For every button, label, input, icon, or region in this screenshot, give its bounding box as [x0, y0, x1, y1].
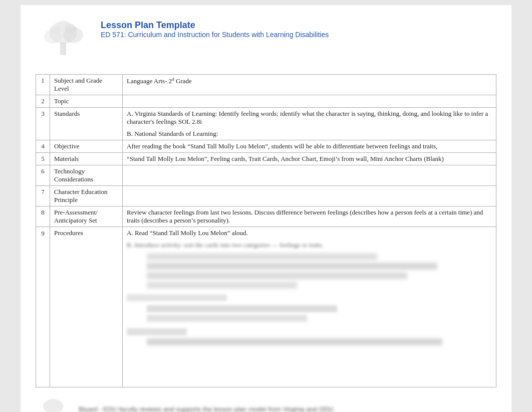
procedures-blurred-10 — [147, 338, 442, 345]
header: Lesson Plan Template ED 571: Curriculum … — [36, 15, 496, 65]
table-row: 1 Subject and Grade Level Language Arts-… — [36, 75, 496, 95]
lesson-plan-table: 1 Subject and Grade Level Language Arts-… — [36, 74, 496, 387]
row-number: 9 — [36, 227, 50, 387]
procedures-blurred-7 — [147, 305, 337, 312]
procedures-blurred-6 — [127, 294, 227, 301]
page-subtitle: ED 571: Curriculum and Instruction for S… — [101, 31, 329, 39]
footer-area: Bluard - EDU faculty reviews and support… — [36, 396, 496, 412]
svg-rect-3 — [60, 43, 66, 55]
page-wrapper: Lesson Plan Template ED 571: Curriculum … — [21, 5, 511, 412]
procedures-blurred-5 — [147, 282, 297, 289]
row-number: 3 — [36, 108, 50, 140]
row-content-objective: After reading the book “Stand Tall Molly… — [123, 140, 496, 153]
row-number: 5 — [36, 153, 50, 165]
row-label-subject: Subject and Grade Level — [50, 75, 123, 95]
row-number: 8 — [36, 207, 50, 227]
row-content-technology — [123, 165, 496, 186]
standards-virginia: A. Virginia Standards of Learning: Ident… — [127, 110, 492, 126]
table-row: 8 Pre-Assessment/Anticipatory Set Review… — [36, 207, 496, 227]
svg-point-7 — [43, 399, 63, 412]
table-row: 7 Character EducationPrinciple — [36, 186, 496, 207]
procedures-blurred-8 — [147, 315, 307, 322]
row-content-character — [123, 186, 496, 207]
row-label-topic: Topic — [50, 95, 123, 108]
procedures-line-a: A. Read “Stand Tall Molly Lou Melon” alo… — [127, 229, 492, 237]
table-row: 6 TechnologyConsiderations — [36, 165, 496, 186]
procedures-blurred-1: B. Introduce activity: sort the cards in… — [127, 241, 492, 249]
page-title: Lesson Plan Template — [101, 20, 329, 31]
row-number: 7 — [36, 186, 50, 207]
table-row: 3 Standards A. Virginia Standards of Lea… — [36, 108, 496, 140]
superscript: d — [172, 77, 174, 82]
row-number: 6 — [36, 165, 50, 186]
school-logo-icon — [38, 18, 88, 58]
table-row: 9 Procedures A. Read “Stand Tall Molly L… — [36, 227, 496, 387]
row-number: 4 — [36, 140, 50, 153]
row-label-procedures: Procedures — [50, 227, 123, 387]
procedures-blurred-4 — [147, 272, 407, 279]
row-content-materials: “Stand Tall Molly Lou Melon”, Feeling ca… — [123, 153, 496, 165]
row-content-topic — [123, 95, 496, 108]
svg-point-5 — [51, 26, 61, 34]
row-label-standards: Standards — [50, 108, 123, 140]
row-content-standards: A. Virginia Standards of Learning: Ident… — [123, 108, 496, 140]
svg-point-6 — [65, 24, 77, 33]
row-number: 1 — [36, 75, 50, 95]
table-row: 2 Topic — [36, 95, 496, 108]
procedures-blurred-3 — [147, 263, 437, 270]
row-label-technology: TechnologyConsiderations — [50, 165, 123, 186]
logo-area — [36, 15, 91, 60]
row-label-objective: Objective — [50, 140, 123, 153]
row-content-subject: Language Arts- 2d Grade — [123, 75, 496, 95]
procedures-blurred-9 — [127, 328, 187, 335]
procedures-blurred-2 — [147, 253, 377, 260]
row-label-preassessment: Pre-Assessment/Anticipatory Set — [50, 207, 123, 227]
row-label-character: Character EducationPrinciple — [50, 186, 123, 207]
standards-national: B. National Standards of Learning: — [127, 130, 492, 138]
row-content-procedures: A. Read “Stand Tall Molly Lou Melon” alo… — [123, 227, 496, 387]
header-text: Lesson Plan Template ED 571: Curriculum … — [101, 15, 329, 39]
table-row: 5 Materials “Stand Tall Molly Lou Melon”… — [36, 153, 496, 165]
row-number: 2 — [36, 95, 50, 108]
footer-logo-icon — [36, 396, 71, 412]
row-label-materials: Materials — [50, 153, 123, 165]
footer-text: Bluard - EDU faculty reviews and support… — [79, 405, 335, 413]
row-content-preassessment: Review character feelings from last two … — [123, 207, 496, 227]
table-row: 4 Objective After reading the book “Stan… — [36, 140, 496, 153]
